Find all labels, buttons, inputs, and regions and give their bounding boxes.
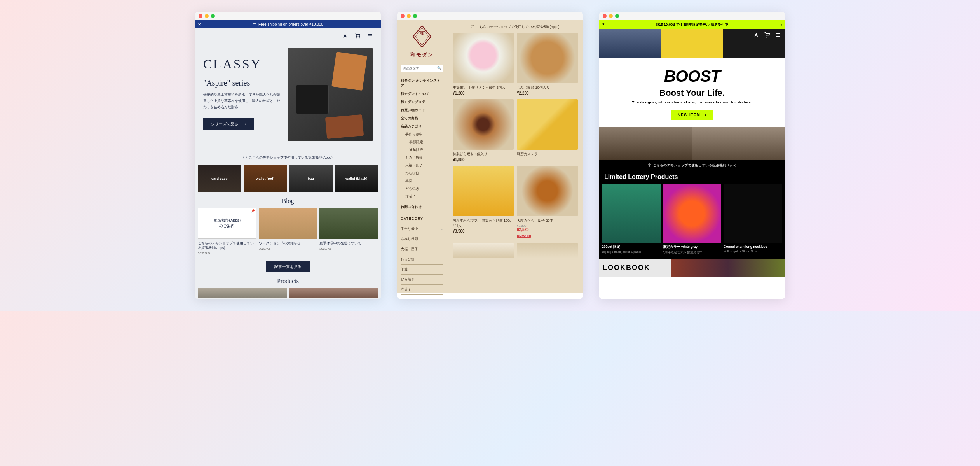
category-card[interactable]: card case [198,165,241,192]
product-card[interactable] [517,243,578,258]
category-card[interactable]: wallet (black) [335,165,378,192]
category-label: 洋菓子 [401,287,411,292]
maximize-window-icon[interactable] [615,14,619,18]
product-card[interactable]: 大粒みたらし団子 20本 ¥2,800 ¥2,520 10%OFF [517,166,578,239]
product-card[interactable]: 蜂蜜カステラ [517,99,578,162]
product-card[interactable]: 特製どら焼き 6個入り ¥1,850 [453,99,514,162]
product-name: 限定カラー white gray [663,245,722,249]
brand-title: BOOST [607,67,778,86]
minimize-window-icon[interactable] [609,14,613,18]
blog-list-button[interactable]: 記事一覧を見る [266,261,310,272]
product-card[interactable]: 国産本わらび使用 特製わらび餅 100g 4個入 ¥3,500 [453,166,514,239]
menu-item[interactable]: お買い物ガイド [401,106,443,114]
promo-banner[interactable]: ✕ 8/15 19:00まで！3周年限定モデル 抽選受付中 › [599,20,785,29]
category-item[interactable]: どら焼き [401,275,443,285]
minimize-window-icon[interactable] [205,14,209,18]
product-image [724,184,782,243]
product-card[interactable] [453,243,514,258]
blog-card[interactable]: 拡張機能(Apps) のご案内 こちらのデモショップで使用している拡張機能(Ap… [198,208,256,255]
cart-icon[interactable] [355,33,360,39]
menu-icon[interactable] [775,32,781,38]
blog-caption: ワークショップのお知らせ [259,241,317,246]
blog-card[interactable]: 夏季休暇中の発送について 2023/7/6 [319,208,378,255]
lookbook-section[interactable]: LOOKBOOK [599,259,785,277]
hero-image [288,48,373,141]
search-box: 🔍 [401,65,443,72]
category-label: bag [308,177,314,180]
category-label: wallet (black) [345,177,368,180]
category-item[interactable]: 羊羹 [401,265,443,275]
submenu-item[interactable]: 通年販売 [401,146,443,154]
cart-icon[interactable] [764,32,770,38]
blog-date: 2023/7/5 [198,252,256,255]
hero-wrap [599,29,785,58]
product-price: ¥3,500 [453,229,514,233]
logo-icon[interactable] [342,33,348,39]
close-icon[interactable]: ✕ [602,22,605,26]
chevron-right-icon[interactable]: › [781,22,782,27]
promo-banner: ✕ Free shipping on orders over ¥10,000 [195,20,381,28]
submenu-item[interactable]: わらび餅 [401,170,443,177]
close-window-icon[interactable] [401,14,405,18]
category-card[interactable]: wallet (red) [244,165,287,192]
wallet-image [325,114,364,139]
product-card[interactable] [198,288,287,298]
blog-image [259,208,317,239]
menu-item[interactable]: 商品カテゴリ [401,123,443,131]
submenu-item[interactable]: 羊羹 [401,177,443,185]
close-window-icon[interactable] [603,14,607,18]
submenu-item[interactable]: 大福・団子 [401,162,443,170]
blog-caption: 夏季休暇中の発送について [319,241,378,246]
category-item[interactable]: もみじ饅頭 [401,234,443,244]
logo-text[interactable]: 和モダン [401,51,443,58]
apps-note[interactable]: ⓘ こちらのデモショップで使用している拡張機能(Apps) [195,153,381,165]
menu-item[interactable]: 和モダンブログ [401,98,443,106]
submenu-item[interactable]: 洋菓子 [401,193,443,201]
browser-window-modern: 和 和モダン 🔍 和モダン オンラインストア 和モダン について 和モダンブログ… [397,12,583,299]
category-item[interactable]: わらび餅 [401,254,443,265]
product-card[interactable]: 200set 限定 Big logo track jacket & pants [602,184,661,254]
maximize-window-icon[interactable] [211,14,215,18]
product-card[interactable]: もみじ饅頭 10個入り ¥2,200 [517,33,578,95]
menu-item[interactable]: 全ての商品 [401,114,443,123]
apps-note[interactable]: ⓘ こちらのデモショップで使用している拡張機能(Apps) [453,25,578,30]
section-heading: Limited Lottery Products [599,171,785,184]
product-grid: 季節限定 手作りさくら最中 6個入 ¥1,200 もみじ饅頭 10個入り ¥2,… [453,33,578,258]
browser-window-boost: ✕ 8/15 19:00まで！3周年限定モデル 抽選受付中 › BOOST Bo… [599,12,785,299]
logo-icon[interactable] [753,32,759,38]
menu-icon[interactable] [367,33,373,39]
close-icon[interactable]: ✕ [198,22,201,26]
submenu-item[interactable]: 手作り最中 [401,131,443,138]
category-card[interactable]: bag [289,165,333,192]
search-icon[interactable]: 🔍 [437,66,441,70]
category-item[interactable]: 手作り最中⌄ [401,224,443,234]
menu-item[interactable]: 和モダン オンラインストア [401,77,443,90]
logo-crest-icon[interactable]: 和 [412,25,432,48]
product-card[interactable]: 限定カラー white gray 3周年限定モデル 抽選受付中 [663,184,722,254]
titlebar [397,12,583,20]
category-item[interactable]: 大福・団子 [401,244,443,254]
product-image [453,33,514,83]
menu-item[interactable]: お問い合わせ [401,203,443,211]
category-item[interactable]: 洋菓子 [401,285,443,295]
blog-card[interactable]: ワークショップのお知らせ 2023/7/6 [259,208,317,255]
cta-button[interactable]: シリーズを見る › [203,118,254,130]
close-window-icon[interactable] [199,14,202,18]
product-card[interactable] [289,288,378,298]
product-card[interactable]: Connel chain long necklece Yellow gold /… [724,184,782,254]
apps-note-text: こちらのデモショップで使用している拡張機能(Apps) [653,163,736,168]
minimize-window-icon[interactable] [407,14,411,18]
blog-card-title: のご案内 [219,223,235,229]
submenu-item[interactable]: 季節限定 [401,138,443,146]
menu-item[interactable]: 和モダン について [401,90,443,98]
maximize-window-icon[interactable] [413,14,417,18]
submenu-item[interactable]: もみじ饅頭 [401,154,443,162]
product-name: もみじ饅頭 10個入り [517,85,578,90]
cta-button[interactable]: NEW ITEM › [671,110,713,120]
blog-image: 拡張機能(Apps) のご案内 [198,208,256,239]
category-label: どら焼き [401,277,415,282]
apps-note[interactable]: ⓘ こちらのデモショップで使用している拡張機能(Apps) [599,160,785,171]
product-card[interactable]: 季節限定 手作りさくら最中 6個入 ¥1,200 [453,33,514,95]
hero-image [661,29,723,58]
submenu-item[interactable]: どら焼き [401,185,443,193]
